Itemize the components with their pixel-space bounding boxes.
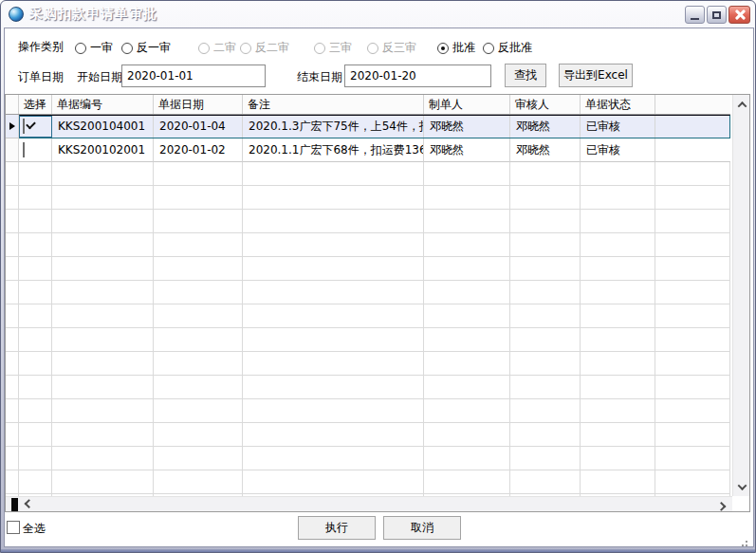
- close-button[interactable]: [728, 6, 750, 24]
- header-creator[interactable]: 制单人: [424, 95, 510, 114]
- remark-cell: 2020.1.1广宏下68件，扣运费136元: [243, 138, 424, 162]
- export-excel-button[interactable]: 导出到Excel: [559, 64, 633, 87]
- radio-approve[interactable]: 批准: [437, 40, 475, 56]
- horizontal-scrollbar[interactable]: [6, 496, 732, 512]
- select-all-checkbox[interactable]: [7, 521, 20, 534]
- doc-no-cell: KKS200102001: [52, 138, 154, 162]
- globe-icon: [9, 7, 24, 22]
- vertical-scrollbar[interactable]: [732, 95, 749, 496]
- radio-icon: [198, 43, 210, 54]
- radio-icon: [483, 43, 494, 54]
- start-date-label: 开始日期: [77, 70, 122, 83]
- radio-anti-third-audit: 反三审: [367, 40, 416, 56]
- end-date-label: 结束日期: [297, 70, 342, 83]
- chevron-up-icon: [737, 101, 747, 110]
- chevron-down-icon: [737, 481, 747, 490]
- select-all-label: 全选: [23, 522, 46, 535]
- auditor-cell: 邓晓然: [510, 138, 581, 162]
- radio-first-audit[interactable]: 一审: [75, 40, 113, 56]
- table-row[interactable]: KKS200102001 2020-01-02 2020.1.1广宏下68件，扣…: [6, 138, 730, 162]
- radio-second-audit: 二审: [198, 40, 236, 56]
- header-blank: [655, 95, 730, 114]
- close-icon: [734, 9, 745, 20]
- header-select[interactable]: 选择: [19, 95, 52, 114]
- start-date-input[interactable]: [121, 65, 266, 87]
- header-doc-date[interactable]: 单据日期: [154, 95, 243, 114]
- scroll-down-button[interactable]: [733, 479, 750, 494]
- chevron-left-icon: [24, 499, 33, 508]
- radio-anti-approve[interactable]: 反批准: [483, 40, 532, 56]
- radio-third-audit: 三审: [314, 40, 352, 56]
- end-date-input[interactable]: [344, 65, 491, 87]
- data-grid: 选择 单据编号 单据日期 备注 制单人 审核人 单据状态 KKS20010400…: [5, 94, 750, 512]
- creator-cell: 邓晓然: [424, 115, 510, 138]
- radio-icon: [437, 43, 449, 54]
- resize-grip-icon[interactable]: [736, 535, 747, 546]
- chevron-right-icon: [716, 501, 726, 510]
- scroll-left-button[interactable]: [21, 497, 36, 512]
- radio-icon: [367, 43, 378, 54]
- select-cell: [19, 138, 52, 162]
- row-checkbox[interactable]: [23, 142, 25, 157]
- auditor-cell: 邓晓然: [510, 115, 581, 138]
- scroll-right-button[interactable]: [713, 497, 728, 512]
- doc-date-cell: 2020-01-02: [154, 138, 243, 162]
- status-cell: 已审核: [581, 138, 655, 162]
- table-row[interactable]: KKS200104001 2020-01-04 2020.1.3广宏下75件，上…: [6, 115, 730, 138]
- header-remark[interactable]: 备注: [243, 95, 424, 114]
- radio-icon: [121, 43, 133, 54]
- radio-icon: [75, 43, 86, 54]
- header-indicator: [6, 95, 19, 114]
- horizontal-scroll-thumb[interactable]: [11, 498, 18, 512]
- current-row-arrow-icon: [9, 122, 15, 130]
- title-bar[interactable]: 采购扣款申请单审批: [1, 1, 755, 28]
- app-window: 采购扣款申请单审批 操作类别 一审 反一审 二审 反二审 三审 反三审 批准 反…: [0, 0, 756, 553]
- maximize-icon: [712, 11, 721, 19]
- radio-anti-first-audit[interactable]: 反一审: [121, 40, 171, 56]
- doc-date-cell: 2020-01-04: [154, 115, 243, 138]
- grid-header: 选择 单据编号 单据日期 备注 制单人 审核人 单据状态: [6, 95, 730, 115]
- minimize-button[interactable]: [685, 6, 705, 24]
- scroll-up-button[interactable]: [733, 97, 750, 112]
- radio-icon: [314, 43, 325, 54]
- select-cell: [19, 115, 52, 138]
- blank-cell: [655, 115, 730, 138]
- status-cell: 已审核: [581, 115, 655, 138]
- search-button[interactable]: 查找: [505, 64, 546, 87]
- execute-button[interactable]: 执行: [298, 516, 376, 540]
- remark-cell: 2020.1.3广宏下75件，上54件，扣运: [243, 115, 424, 138]
- order-date-label: 订单日期: [18, 70, 64, 83]
- grid-empty-area: [6, 162, 730, 496]
- blank-cell: [655, 138, 730, 162]
- operation-type-label: 操作类别: [18, 40, 64, 53]
- row-indicator-cell: [6, 115, 19, 138]
- doc-no-cell: KKS200104001: [52, 115, 154, 138]
- window-title: 采购扣款申请单审批: [29, 6, 157, 23]
- minimize-icon: [691, 18, 699, 20]
- header-doc-status[interactable]: 单据状态: [581, 95, 655, 114]
- row-indicator-cell: [6, 138, 19, 162]
- row-checkbox[interactable]: [23, 119, 25, 134]
- header-auditor[interactable]: 审核人: [510, 95, 581, 114]
- maximize-button[interactable]: [707, 6, 727, 24]
- cancel-button[interactable]: 取消: [383, 516, 461, 540]
- radio-icon: [240, 43, 251, 54]
- radio-anti-second-audit: 反二审: [240, 40, 289, 56]
- creator-cell: 邓晓然: [424, 138, 510, 162]
- header-doc-no[interactable]: 单据编号: [52, 95, 154, 114]
